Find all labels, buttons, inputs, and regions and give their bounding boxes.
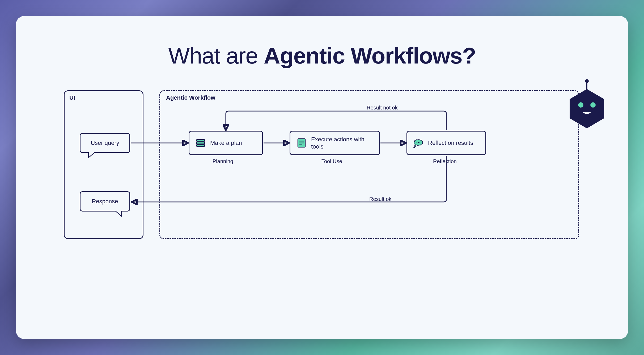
svg-marker-14	[570, 89, 604, 128]
title-bold: Agentic Workflows?	[264, 43, 476, 68]
edge-reflect-to-response-ok	[132, 156, 446, 202]
diagram-canvas: UI Agentic Workflow User query Response	[64, 90, 579, 239]
edge-reflect-to-plan-notok	[226, 111, 446, 130]
svg-point-12	[585, 79, 589, 83]
connector-layer	[64, 90, 579, 239]
svg-point-16	[590, 102, 596, 108]
robot-hexagon-icon	[564, 78, 609, 129]
slide-title: What are Agentic Workflows?	[16, 43, 628, 69]
slide-card: What are Agentic Workflows? UI Agentic W…	[16, 16, 628, 339]
title-prefix: What are	[168, 43, 264, 68]
svg-point-15	[578, 102, 583, 108]
